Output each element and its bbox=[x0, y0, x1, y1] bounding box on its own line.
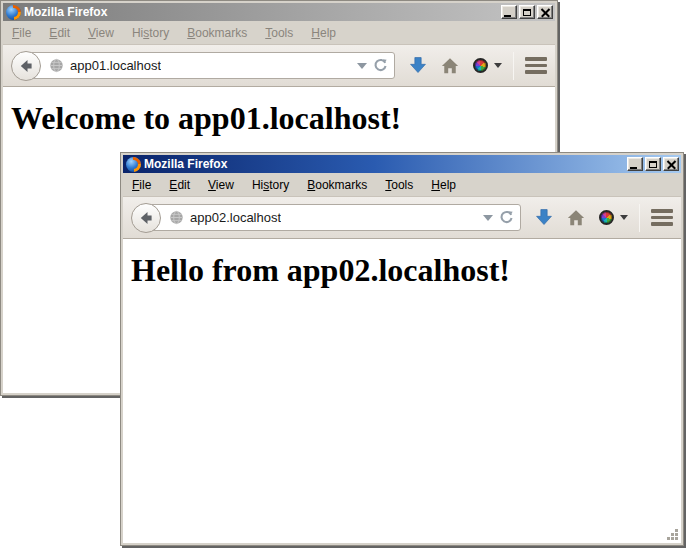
menu-item-history[interactable]: History bbox=[252, 178, 289, 192]
window-controls bbox=[501, 5, 553, 19]
back-button[interactable] bbox=[11, 51, 41, 81]
menu-item-edit[interactable]: Edit bbox=[49, 26, 70, 40]
firefox-logo-icon bbox=[6, 5, 21, 20]
menu-item-edit[interactable]: Edit bbox=[169, 178, 190, 192]
toolbar-separator bbox=[639, 204, 640, 232]
color-wheel-icon bbox=[599, 210, 614, 225]
hamburger-menu-button[interactable] bbox=[651, 209, 673, 226]
home-icon bbox=[441, 57, 459, 75]
page-heading: Hello from app02.localhost! bbox=[131, 252, 673, 289]
url-text: app02.localhost bbox=[190, 210, 281, 225]
hamburger-menu-button[interactable] bbox=[525, 57, 547, 74]
menu-item-file[interactable]: File bbox=[132, 178, 151, 192]
menu-item-history[interactable]: History bbox=[132, 26, 169, 40]
back-button[interactable] bbox=[131, 203, 161, 233]
menu-bar: FileEditViewHistoryBookmarksToolsHelp bbox=[3, 21, 555, 45]
toolbar-separator bbox=[513, 52, 514, 80]
home-icon bbox=[567, 209, 585, 227]
download-button[interactable] bbox=[535, 209, 553, 227]
page-heading: Welcome to app01.localhost! bbox=[11, 100, 547, 137]
menu-item-view[interactable]: View bbox=[208, 178, 234, 192]
reload-button[interactable] bbox=[499, 210, 514, 225]
menu-item-bookmarks[interactable]: Bookmarks bbox=[307, 178, 367, 192]
globe-icon bbox=[169, 210, 184, 225]
menu-item-view[interactable]: View bbox=[88, 26, 114, 40]
dropdown-caret-icon bbox=[494, 63, 502, 68]
maximize-icon bbox=[649, 161, 657, 168]
menu-item-bookmarks[interactable]: Bookmarks bbox=[187, 26, 247, 40]
reload-button[interactable] bbox=[373, 58, 388, 73]
window-controls bbox=[627, 157, 679, 171]
download-icon bbox=[409, 57, 427, 75]
reload-icon bbox=[373, 58, 388, 73]
url-bar[interactable]: app01.localhost bbox=[24, 52, 395, 79]
menu-item-tools[interactable]: Tools bbox=[385, 178, 413, 192]
minimize-button[interactable] bbox=[501, 5, 517, 19]
menu-item-tools[interactable]: Tools bbox=[265, 26, 293, 40]
firefox-logo-icon bbox=[126, 157, 141, 172]
download-icon bbox=[535, 209, 553, 227]
window-title: Mozilla Firefox bbox=[24, 5, 107, 19]
reload-icon bbox=[499, 210, 514, 225]
close-button[interactable] bbox=[537, 5, 553, 19]
hamburger-menu-icon bbox=[651, 209, 673, 213]
url-bar[interactable]: app02.localhost bbox=[144, 204, 521, 231]
urlbar-dropdown-icon[interactable] bbox=[483, 215, 493, 221]
urlbar-dropdown-icon[interactable] bbox=[357, 63, 367, 69]
download-button[interactable] bbox=[409, 57, 427, 75]
addon-button[interactable] bbox=[599, 210, 628, 225]
back-arrow-icon bbox=[18, 58, 34, 74]
firefox-window-app02: Mozilla Firefox FileEditViewHistoryBookm… bbox=[120, 152, 684, 546]
titlebar[interactable]: Mozilla Firefox bbox=[123, 155, 681, 173]
url-text: app01.localhost bbox=[70, 58, 161, 73]
close-icon bbox=[667, 160, 676, 169]
resize-grip[interactable] bbox=[666, 528, 679, 541]
navigation-toolbar: app01.localhost bbox=[3, 45, 555, 87]
close-button[interactable] bbox=[663, 157, 679, 171]
navigation-toolbar: app02.localhost bbox=[123, 197, 681, 239]
addon-button[interactable] bbox=[473, 58, 502, 73]
close-icon bbox=[541, 8, 550, 17]
back-arrow-icon bbox=[138, 210, 154, 226]
dropdown-caret-icon bbox=[620, 215, 628, 220]
titlebar[interactable]: Mozilla Firefox bbox=[3, 3, 555, 21]
page-content: Hello from app02.localhost! bbox=[123, 239, 681, 543]
minimize-icon bbox=[504, 15, 511, 17]
menu-item-file[interactable]: File bbox=[12, 26, 31, 40]
minimize-icon bbox=[630, 167, 637, 169]
maximize-icon bbox=[523, 9, 531, 16]
maximize-button[interactable] bbox=[645, 157, 661, 171]
menu-item-help[interactable]: Help bbox=[311, 26, 336, 40]
hamburger-menu-icon bbox=[525, 57, 547, 61]
home-button[interactable] bbox=[567, 209, 585, 227]
home-button[interactable] bbox=[441, 57, 459, 75]
color-wheel-icon bbox=[473, 58, 488, 73]
globe-icon bbox=[49, 58, 64, 73]
minimize-button[interactable] bbox=[627, 157, 643, 171]
window-title: Mozilla Firefox bbox=[144, 157, 227, 171]
menu-bar: FileEditViewHistoryBookmarksToolsHelp bbox=[123, 173, 681, 197]
maximize-button[interactable] bbox=[519, 5, 535, 19]
menu-item-help[interactable]: Help bbox=[431, 178, 456, 192]
